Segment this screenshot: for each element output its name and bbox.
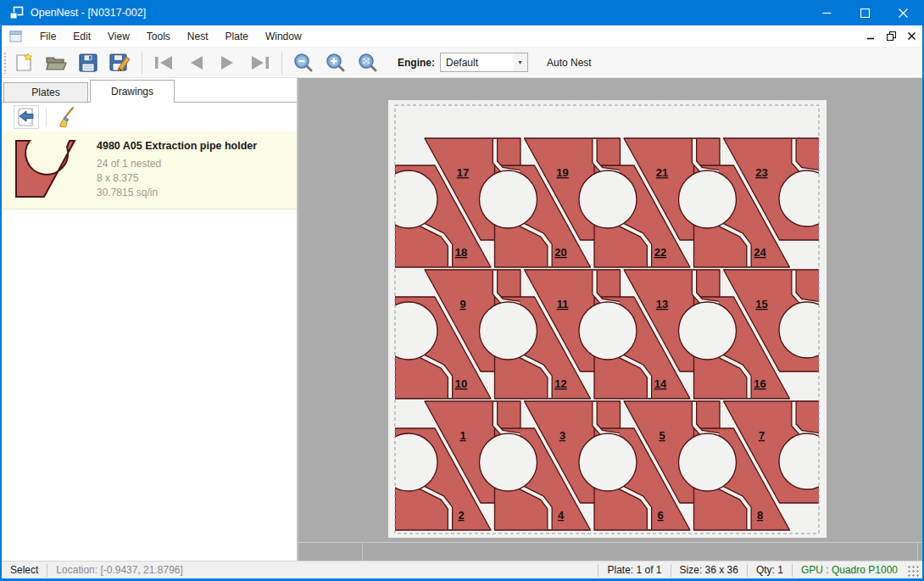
- nav-first-icon: [153, 55, 174, 70]
- part-number: 10: [455, 377, 467, 390]
- panel-toolbar: [2, 103, 297, 131]
- tab-plates[interactable]: Plates: [3, 82, 88, 103]
- new-button[interactable]: [10, 50, 37, 75]
- previous-plate-button[interactable]: [182, 50, 209, 75]
- part-number: 8: [757, 509, 763, 522]
- engine-select[interactable]: Default ▾: [440, 53, 528, 72]
- new-document-icon: [14, 53, 34, 73]
- auto-nest-button[interactable]: Auto Nest: [540, 53, 598, 73]
- zoom-out-button[interactable]: [290, 50, 317, 75]
- app-window: OpenNest - [N0317-002] File Edit View To…: [0, 0, 924, 581]
- status-gpu: GPU : Quadro P1000: [793, 564, 906, 576]
- menu-bar: File Edit View Tools Nest Plate Window: [2, 25, 922, 47]
- mdi-minimize-button[interactable]: [861, 28, 880, 45]
- last-plate-button[interactable]: [247, 50, 274, 75]
- next-plate-button[interactable]: [214, 50, 242, 75]
- resize-grip[interactable]: [908, 566, 920, 578]
- pipe-hole: [779, 302, 835, 358]
- mdi-restore-button[interactable]: [882, 28, 900, 45]
- part-number: 17: [457, 166, 469, 179]
- zoom-in-button[interactable]: [322, 50, 349, 75]
- part-number: 5: [659, 429, 665, 442]
- tab-drawings[interactable]: Drawings: [90, 80, 175, 103]
- mdi-minimize-icon: [867, 32, 875, 40]
- part-number: 11: [557, 298, 569, 310]
- save-as-button[interactable]: [107, 50, 134, 75]
- zoom-fit-button[interactable]: [354, 50, 381, 75]
- part-number: 14: [654, 377, 667, 390]
- pipe-hole: [579, 170, 637, 228]
- pipe-hole: [579, 302, 637, 360]
- nav-last-icon: [250, 55, 270, 70]
- main-content: Plates Drawings: [2, 78, 922, 561]
- left-panel: Plates Drawings: [2, 78, 298, 561]
- window-title: OpenNest - [N0317-002]: [31, 7, 146, 19]
- part-number: 7: [759, 429, 765, 442]
- zoom-in-icon: [326, 53, 346, 73]
- engine-label: Engine:: [398, 57, 435, 69]
- first-plate-button[interactable]: [150, 50, 177, 75]
- part-number: 4: [558, 509, 565, 522]
- return-arrow-icon: [17, 107, 36, 127]
- status-size: Size: 36 x 36: [671, 564, 747, 576]
- close-button[interactable]: [884, 0, 922, 25]
- drawing-nested-count: 24 of 1 nested: [97, 157, 257, 171]
- maximize-button[interactable]: [846, 0, 884, 25]
- menu-nest[interactable]: Nest: [179, 26, 217, 47]
- pipe-hole: [480, 302, 537, 360]
- menu-plate[interactable]: Plate: [217, 26, 257, 47]
- part-number: 22: [654, 246, 666, 259]
- minimize-button[interactable]: [808, 0, 846, 25]
- mdi-close-button[interactable]: [902, 28, 921, 45]
- plate-view: 171819202122232491011121314151612345678: [298, 78, 922, 561]
- nav-previous-icon: [186, 55, 205, 70]
- part-number: 15: [755, 298, 767, 310]
- document-window-icon[interactable]: [9, 31, 23, 42]
- part-number: 20: [554, 246, 566, 259]
- menu-window[interactable]: Window: [257, 26, 310, 47]
- zoom-out-icon: [293, 53, 314, 73]
- menu-tools[interactable]: Tools: [138, 26, 179, 47]
- pipe-hole: [779, 433, 835, 489]
- engine-value: Default: [441, 57, 513, 69]
- close-icon: [899, 8, 908, 18]
- nest-parts-layer: 171819202122232491011121314151612345678: [380, 138, 835, 530]
- pipe-hole: [480, 433, 537, 491]
- status-location: Location: [-0.9437, 21.8796]: [47, 564, 191, 576]
- maximize-icon: [860, 8, 870, 18]
- part-number: 18: [455, 246, 467, 259]
- scrollbar-divider: [362, 543, 363, 561]
- toolbar-grip[interactable]: [3, 52, 8, 74]
- menu-view[interactable]: View: [99, 26, 138, 47]
- drawing-list-item[interactable]: 4980 A05 Extraction pipe holder 24 of 1 …: [2, 131, 297, 209]
- part-number: 16: [754, 377, 765, 390]
- save-button[interactable]: [75, 50, 102, 75]
- drawing-title: 4980 A05 Extraction pipe holder: [97, 140, 257, 152]
- part-number: 2: [458, 509, 464, 522]
- panel-tabstrip: Plates Drawings: [2, 78, 297, 103]
- scrollbar-divider: [917, 543, 918, 561]
- part-number: 9: [459, 298, 465, 310]
- part-number: 19: [556, 166, 568, 179]
- pipe-hole: [779, 170, 835, 226]
- part-number: 13: [656, 298, 668, 310]
- part-number: 3: [559, 429, 565, 442]
- save-icon: [78, 53, 98, 73]
- open-button[interactable]: [42, 50, 70, 75]
- mdi-restore-icon: [887, 31, 896, 41]
- clear-button[interactable]: [53, 105, 79, 129]
- status-plate: Plate: 1 of 1: [598, 564, 670, 576]
- menu-edit[interactable]: Edit: [64, 26, 99, 47]
- broom-icon: [56, 106, 76, 128]
- pipe-hole: [679, 433, 737, 491]
- nest-canvas[interactable]: 171819202122232491011121314151612345678: [298, 78, 922, 561]
- drawing-item-text: 4980 A05 Extraction pipe holder 24 of 1 …: [97, 138, 257, 200]
- canvas-scrollbar[interactable]: [298, 542, 922, 561]
- return-part-button[interactable]: [14, 105, 39, 129]
- menu-file[interactable]: File: [31, 26, 64, 47]
- chevron-down-icon[interactable]: ▾: [513, 53, 527, 71]
- part-number: 6: [657, 509, 663, 522]
- zoom-fit-icon: [358, 53, 378, 73]
- pipe-hole: [679, 170, 737, 228]
- save-edit-icon: [109, 53, 131, 73]
